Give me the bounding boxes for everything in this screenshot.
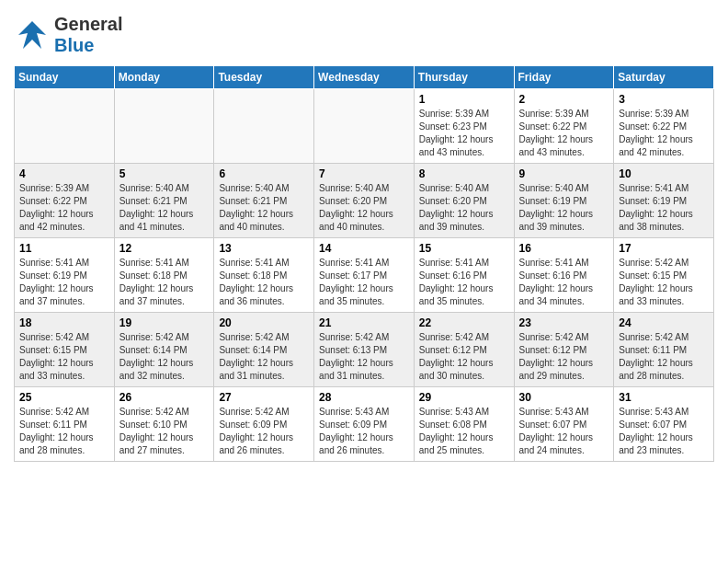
calendar-cell: 4Sunrise: 5:39 AM Sunset: 6:22 PM Daylig…	[15, 164, 115, 238]
calendar-week-row: 18Sunrise: 5:42 AM Sunset: 6:15 PM Dayli…	[15, 313, 714, 387]
page-header: General Blue	[14, 14, 714, 56]
day-number: 19	[119, 316, 210, 329]
day-number: 11	[19, 242, 109, 255]
day-info: Sunrise: 5:42 AM Sunset: 6:15 PM Dayligh…	[619, 257, 709, 308]
day-info: Sunrise: 5:43 AM Sunset: 6:07 PM Dayligh…	[519, 406, 609, 457]
calendar-cell: 18Sunrise: 5:42 AM Sunset: 6:15 PM Dayli…	[15, 313, 115, 387]
calendar-cell	[314, 89, 415, 164]
day-number: 30	[519, 391, 609, 404]
calendar-week-row: 25Sunrise: 5:42 AM Sunset: 6:11 PM Dayli…	[15, 387, 714, 462]
day-info: Sunrise: 5:41 AM Sunset: 6:18 PM Dayligh…	[219, 257, 309, 308]
calendar-cell: 26Sunrise: 5:42 AM Sunset: 6:10 PM Dayli…	[114, 387, 214, 462]
calendar-cell: 12Sunrise: 5:41 AM Sunset: 6:18 PM Dayli…	[114, 238, 214, 313]
calendar-cell: 30Sunrise: 5:43 AM Sunset: 6:07 PM Dayli…	[514, 387, 614, 462]
day-number: 4	[19, 167, 109, 180]
day-info: Sunrise: 5:42 AM Sunset: 6:12 PM Dayligh…	[419, 331, 509, 383]
day-info: Sunrise: 5:42 AM Sunset: 6:09 PM Dayligh…	[219, 406, 309, 457]
calendar-cell: 3Sunrise: 5:39 AM Sunset: 6:22 PM Daylig…	[614, 89, 714, 164]
day-info: Sunrise: 5:39 AM Sunset: 6:22 PM Dayligh…	[519, 108, 609, 159]
calendar-cell: 28Sunrise: 5:43 AM Sunset: 6:09 PM Dayli…	[314, 387, 415, 462]
day-number: 10	[619, 167, 709, 180]
calendar-cell: 27Sunrise: 5:42 AM Sunset: 6:09 PM Dayli…	[214, 387, 314, 462]
calendar-cell: 19Sunrise: 5:42 AM Sunset: 6:14 PM Dayli…	[114, 313, 214, 387]
calendar-cell	[214, 89, 314, 164]
day-info: Sunrise: 5:41 AM Sunset: 6:18 PM Dayligh…	[119, 257, 210, 308]
calendar-cell: 5Sunrise: 5:40 AM Sunset: 6:21 PM Daylig…	[114, 164, 214, 238]
day-number: 8	[419, 167, 509, 180]
calendar-table: SundayMondayTuesdayWednesdayThursdayFrid…	[14, 65, 714, 462]
day-number: 2	[519, 93, 609, 106]
day-info: Sunrise: 5:40 AM Sunset: 6:20 PM Dayligh…	[419, 182, 509, 234]
calendar-cell: 16Sunrise: 5:41 AM Sunset: 6:16 PM Dayli…	[514, 238, 614, 313]
day-number: 1	[419, 93, 509, 106]
day-number: 17	[619, 242, 709, 255]
day-number: 18	[19, 316, 109, 329]
col-header-wednesday: Wednesday	[314, 66, 415, 89]
day-number: 6	[219, 167, 309, 180]
day-number: 29	[419, 391, 509, 404]
logo: General Blue	[14, 14, 122, 56]
calendar-cell: 7Sunrise: 5:40 AM Sunset: 6:20 PM Daylig…	[314, 164, 415, 238]
day-info: Sunrise: 5:42 AM Sunset: 6:10 PM Dayligh…	[119, 406, 210, 457]
logo-bird-icon	[14, 17, 51, 53]
calendar-cell: 2Sunrise: 5:39 AM Sunset: 6:22 PM Daylig…	[514, 89, 614, 164]
calendar-cell: 15Sunrise: 5:41 AM Sunset: 6:16 PM Dayli…	[414, 238, 514, 313]
day-info: Sunrise: 5:40 AM Sunset: 6:21 PM Dayligh…	[219, 182, 309, 234]
calendar-week-row: 1Sunrise: 5:39 AM Sunset: 6:23 PM Daylig…	[15, 89, 714, 164]
calendar-cell: 14Sunrise: 5:41 AM Sunset: 6:17 PM Dayli…	[314, 238, 415, 313]
day-number: 15	[419, 242, 509, 255]
day-number: 27	[219, 391, 309, 404]
calendar-cell: 23Sunrise: 5:42 AM Sunset: 6:12 PM Dayli…	[514, 313, 614, 387]
day-info: Sunrise: 5:40 AM Sunset: 6:21 PM Dayligh…	[119, 182, 210, 234]
calendar-cell: 9Sunrise: 5:40 AM Sunset: 6:19 PM Daylig…	[514, 164, 614, 238]
day-number: 5	[119, 167, 210, 180]
day-info: Sunrise: 5:39 AM Sunset: 6:23 PM Dayligh…	[419, 108, 509, 159]
day-number: 3	[619, 93, 709, 106]
day-number: 31	[619, 391, 709, 404]
day-info: Sunrise: 5:41 AM Sunset: 6:16 PM Dayligh…	[419, 257, 509, 308]
day-number: 28	[319, 391, 409, 404]
day-number: 16	[519, 242, 609, 255]
day-number: 26	[119, 391, 210, 404]
calendar-cell	[15, 89, 115, 164]
day-number: 14	[319, 242, 409, 255]
calendar-cell: 25Sunrise: 5:42 AM Sunset: 6:11 PM Dayli…	[15, 387, 115, 462]
day-info: Sunrise: 5:42 AM Sunset: 6:15 PM Dayligh…	[19, 331, 109, 383]
day-info: Sunrise: 5:41 AM Sunset: 6:19 PM Dayligh…	[619, 182, 709, 234]
col-header-monday: Monday	[114, 66, 214, 89]
day-info: Sunrise: 5:43 AM Sunset: 6:07 PM Dayligh…	[619, 406, 709, 457]
day-number: 24	[619, 316, 709, 329]
day-number: 21	[319, 316, 409, 329]
svg-marker-0	[18, 21, 46, 49]
calendar-cell: 13Sunrise: 5:41 AM Sunset: 6:18 PM Dayli…	[214, 238, 314, 313]
day-info: Sunrise: 5:41 AM Sunset: 6:16 PM Dayligh…	[519, 257, 609, 308]
day-number: 12	[119, 242, 210, 255]
day-info: Sunrise: 5:40 AM Sunset: 6:19 PM Dayligh…	[519, 182, 609, 234]
day-number: 7	[319, 167, 409, 180]
day-info: Sunrise: 5:42 AM Sunset: 6:14 PM Dayligh…	[219, 331, 309, 383]
calendar-week-row: 11Sunrise: 5:41 AM Sunset: 6:19 PM Dayli…	[15, 238, 714, 313]
calendar-cell: 31Sunrise: 5:43 AM Sunset: 6:07 PM Dayli…	[614, 387, 714, 462]
col-header-saturday: Saturday	[614, 66, 714, 89]
day-info: Sunrise: 5:42 AM Sunset: 6:11 PM Dayligh…	[19, 406, 109, 457]
logo-text-general: General	[54, 14, 122, 35]
calendar-cell: 10Sunrise: 5:41 AM Sunset: 6:19 PM Dayli…	[614, 164, 714, 238]
day-info: Sunrise: 5:41 AM Sunset: 6:17 PM Dayligh…	[319, 257, 409, 308]
day-info: Sunrise: 5:43 AM Sunset: 6:08 PM Dayligh…	[419, 406, 509, 457]
calendar-cell: 21Sunrise: 5:42 AM Sunset: 6:13 PM Dayli…	[314, 313, 415, 387]
col-header-sunday: Sunday	[15, 66, 115, 89]
day-info: Sunrise: 5:41 AM Sunset: 6:19 PM Dayligh…	[19, 257, 109, 308]
calendar-cell: 17Sunrise: 5:42 AM Sunset: 6:15 PM Dayli…	[614, 238, 714, 313]
day-info: Sunrise: 5:39 AM Sunset: 6:22 PM Dayligh…	[619, 108, 709, 159]
calendar-cell: 8Sunrise: 5:40 AM Sunset: 6:20 PM Daylig…	[414, 164, 514, 238]
logo-text-blue: Blue	[54, 35, 122, 56]
day-number: 23	[519, 316, 609, 329]
col-header-friday: Friday	[514, 66, 614, 89]
day-info: Sunrise: 5:40 AM Sunset: 6:20 PM Dayligh…	[319, 182, 409, 234]
calendar-week-row: 4Sunrise: 5:39 AM Sunset: 6:22 PM Daylig…	[15, 164, 714, 238]
calendar-cell: 29Sunrise: 5:43 AM Sunset: 6:08 PM Dayli…	[414, 387, 514, 462]
calendar-cell: 11Sunrise: 5:41 AM Sunset: 6:19 PM Dayli…	[15, 238, 115, 313]
day-info: Sunrise: 5:42 AM Sunset: 6:12 PM Dayligh…	[519, 331, 609, 383]
col-header-thursday: Thursday	[414, 66, 514, 89]
calendar-cell	[114, 89, 214, 164]
